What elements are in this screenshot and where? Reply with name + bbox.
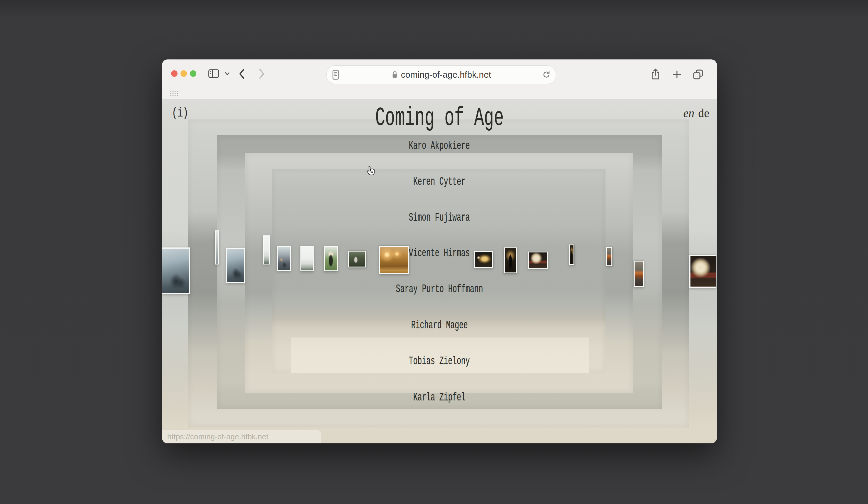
language-switcher: en de	[683, 105, 709, 120]
sidebar-icon	[207, 68, 220, 79]
forward-icon	[257, 68, 267, 80]
language-de-link[interactable]: de	[698, 106, 709, 120]
pointer-cursor	[365, 166, 376, 178]
status-url-text: https://coming-of-age.hfbk.net	[167, 432, 268, 441]
artist-link[interactable]: Keren Cytter	[162, 174, 717, 189]
share-button[interactable]	[649, 68, 662, 81]
page-title: Coming of Age	[162, 103, 717, 133]
minimize-window-button[interactable]	[180, 70, 187, 77]
page-content: (i) Coming of Age en de Karo Akpokiere K…	[162, 99, 717, 443]
url-text: coming-of-age.hfbk.net	[401, 70, 491, 80]
plus-icon	[671, 69, 683, 80]
status-bar: https://coming-of-age.hfbk.net	[162, 430, 321, 443]
desktop: { "browser": { "url": "coming-of-age.hfb…	[0, 0, 868, 504]
tab-overview-button[interactable]	[692, 68, 704, 81]
favorites-bar	[162, 88, 717, 99]
reader-icon	[331, 69, 341, 81]
zoom-window-button[interactable]	[190, 70, 196, 77]
artist-link[interactable]: Karla Zipfel	[162, 390, 717, 405]
artist-link[interactable]: Tobias Zielony	[162, 354, 717, 369]
browser-window: coming-of-age.hfbk.net	[162, 59, 717, 443]
new-tab-button[interactable]	[671, 69, 683, 80]
artist-link[interactable]: Vicente Hirmas	[162, 246, 717, 260]
share-icon	[649, 68, 662, 81]
artist-link[interactable]: Karo Akpokiere	[162, 138, 717, 153]
frequently-visited-icon[interactable]	[169, 90, 177, 97]
sidebar-toggle-button[interactable]	[207, 68, 220, 79]
artist-link[interactable]: Saray Purto Hoffmann	[162, 282, 717, 296]
lock-icon	[391, 70, 398, 79]
artist-link[interactable]: Richard Magee	[162, 318, 717, 332]
traffic-lights	[171, 70, 196, 77]
close-window-button[interactable]	[171, 70, 177, 77]
address-bar[interactable]: coming-of-age.hfbk.net	[326, 65, 556, 84]
reader-view-button[interactable]	[331, 69, 341, 81]
back-icon	[237, 68, 247, 80]
browser-toolbar: coming-of-age.hfbk.net	[162, 59, 717, 88]
language-en-link[interactable]: en	[683, 106, 694, 120]
back-button[interactable]	[237, 68, 247, 80]
sidebar-dropdown-button[interactable]	[224, 71, 231, 77]
chevron-down-icon	[224, 71, 231, 77]
artist-link[interactable]: Simon Fujiwara	[162, 210, 717, 225]
tab-overview-icon	[692, 68, 704, 81]
reload-button[interactable]	[542, 70, 551, 80]
reload-icon	[542, 70, 551, 80]
forward-button[interactable]	[257, 68, 267, 80]
